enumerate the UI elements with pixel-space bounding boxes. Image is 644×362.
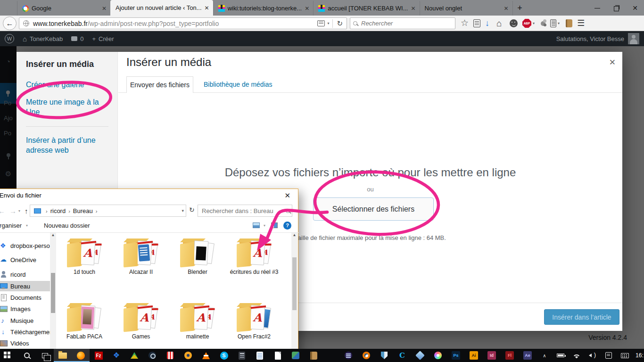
back-button[interactable]: ← [3,16,17,30]
explorer-icon[interactable] [54,349,72,362]
organise-button[interactable]: Organiser▾ [0,222,28,229]
chevron-down-icon[interactable]: ▾ [558,21,560,25]
tab-close-icon[interactable]: ✕ [102,5,107,12]
sidebar-item-bureau[interactable]: Bureau [0,281,50,291]
sidebar-item-documents[interactable]: Documents [0,292,50,303]
notifications-icon[interactable] [601,349,617,362]
cinema-icon[interactable] [393,349,411,362]
close-window-icon[interactable]: ✕ [632,5,638,11]
search-box[interactable] [350,17,455,29]
downloads-icon[interactable] [485,19,492,27]
sidebar-scrollbar[interactable]: ▲ [50,233,56,362]
gdrive-icon[interactable] [125,349,143,362]
preview-pane-icon[interactable] [271,222,278,228]
flash-icon[interactable]: Fl [501,349,519,362]
reload-icon[interactable]: ↻ [337,19,343,28]
tab-close-icon[interactable]: ✕ [504,5,509,12]
volume-icon[interactable] [585,349,601,362]
reading-list-icon[interactable] [317,20,325,26]
disc-icon[interactable] [429,349,447,362]
indesign-icon[interactable]: Id [483,349,501,362]
folder-item[interactable]: AAlcazar II [114,238,168,275]
admin-bar-comments[interactable]: 0 [71,35,83,42]
security-icon[interactable] [179,349,197,362]
breadcrumb-item[interactable]: Bureau [73,207,93,214]
illustrator-icon[interactable]: Ai [465,349,483,362]
dialog-search-input[interactable] [201,207,286,215]
new-tab-button[interactable]: + [513,1,527,16]
view-button[interactable]: ▾ [253,222,265,228]
minimize-icon[interactable] [594,5,601,11]
media-sidebar-link[interactable]: Insérer à partir d’une adresse web [26,135,107,155]
eclipse-icon[interactable] [339,349,357,362]
adblock-icon[interactable]: ▾ [522,19,536,28]
close-dialog-icon[interactable]: ✕ [284,191,290,200]
folder-item[interactable]: AA1d touch [57,238,112,275]
tab-close-icon[interactable]: ✕ [411,5,416,12]
skype-icon[interactable]: S [215,349,233,362]
scroll-up-icon[interactable]: ▲ [50,233,56,237]
battery-icon[interactable] [553,349,569,362]
privacy-icon[interactable] [541,21,545,26]
search-input[interactable] [360,19,452,27]
folder-item[interactable]: AAmalinette [170,302,225,340]
admin-bar-site[interactable]: ⌂TonerKebab [23,35,63,43]
url-caret-icon[interactable]: ▾ [327,21,329,25]
browser-tab[interactable]: Nouvel onglet✕ [420,1,513,16]
feedback-icon[interactable] [510,19,518,27]
url-bar[interactable]: www.tonerkebab.fr/wp-admin/post-new.php?… [19,17,347,29]
history-caret-icon[interactable]: ▾ [18,209,20,213]
breadcrumb-item[interactable]: ricord [50,207,66,214]
chevron-up-icon[interactable] [537,349,553,362]
media-sidebar-link[interactable]: Créer une galerie [26,80,107,90]
start-icon[interactable] [0,349,18,362]
sidebar-item-onedrive[interactable]: OneDrive [0,255,50,265]
filezilla-icon[interactable]: Fz [90,349,107,362]
defender-icon[interactable] [375,349,393,362]
aftereffects-icon[interactable]: Ae [519,349,537,362]
folder-item[interactable]: FabLab PACA [57,302,112,340]
scrollbar-thumb[interactable] [51,273,55,313]
dropbox-icon[interactable] [107,349,125,362]
close-modal-icon[interactable]: ✕ [609,58,616,67]
menu-icon[interactable] [577,19,586,27]
dialog-search-box[interactable] [198,205,292,217]
help-icon[interactable]: ? [283,222,291,230]
sidebar-item-musique[interactable]: Musique [0,315,50,326]
bookmark-star-icon[interactable] [461,19,469,27]
home-icon[interactable] [496,19,505,27]
browser-tab[interactable]: Ajouter un nouvel article ‹ Ton...✕ [110,0,213,16]
select-files-button[interactable]: Sélectionner des fichiers [313,197,434,221]
new-folder-button[interactable]: Nouveau dossier [44,222,90,229]
browser-tab[interactable]: wiki:tutoriels:blog-tonerke...✕ [213,1,314,16]
browser-tab[interactable]: accueil [TONER KEBAB WI...✕ [313,1,419,16]
breadcrumb[interactable]: ›ricord›Bureau› ▾ [30,205,186,217]
media-tab[interactable]: Envoyer des fichiers [126,76,193,93]
content-scrollbar[interactable]: ▲ [291,233,297,362]
url-text[interactable]: www.tonerkebab.fr/wp-admin/post-new.php?… [33,20,316,27]
scrollbar-thumb[interactable] [292,257,297,310]
folder-item[interactable]: AAécritures du réel #3 [227,238,281,275]
admin-bar-new[interactable]: +Créer [92,35,114,42]
sidebar-item-ricord[interactable]: ricord [0,269,50,280]
notes-icon[interactable]: ▾ [550,19,561,27]
chevron-down-icon[interactable]: ▾ [533,21,535,25]
forward-icon[interactable]: → [9,207,17,215]
wordpress-logo-icon[interactable]: W [5,34,14,43]
refresh-icon[interactable]: ↻ [189,206,195,214]
popcorn-icon[interactable] [161,349,179,362]
sidebar-item-images[interactable]: Images [0,304,50,314]
wifi-icon[interactable] [569,349,585,362]
sourcetree-icon[interactable] [287,349,305,362]
document-icon[interactable] [269,349,287,362]
back-icon[interactable]: ← [0,207,5,215]
sidebar-item-t-l-chargement[interactable]: Téléchargement [0,327,50,337]
sidebar-item-vid-os[interactable]: Vidéos [0,338,50,348]
book-icon[interactable] [305,349,322,362]
blender-icon[interactable] [357,349,375,362]
browser-tab[interactable]: Google✕ [17,1,110,16]
vlc-icon[interactable] [197,349,215,362]
tab-close-icon[interactable]: ✕ [305,5,309,12]
keyboard-icon[interactable] [617,349,633,362]
up-icon[interactable]: ↑ [25,207,28,215]
